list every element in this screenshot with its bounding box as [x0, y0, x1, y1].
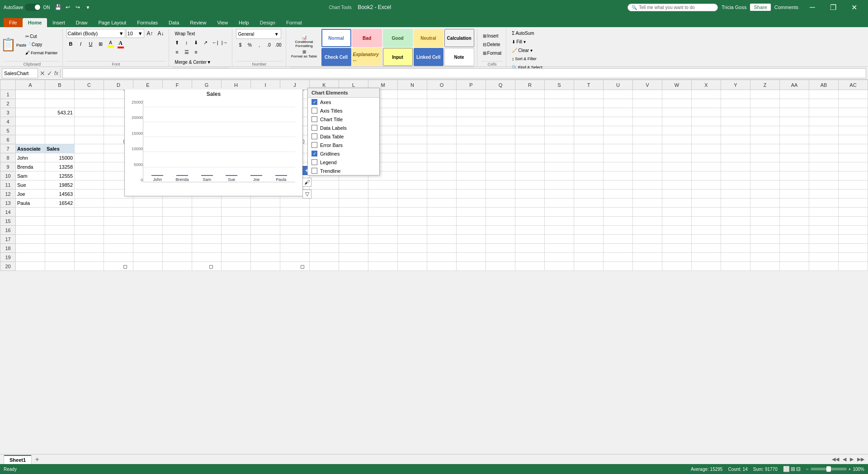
chart-element-axes[interactable]: ✓ Axes	[308, 98, 379, 106]
cell-a9[interactable]: Brenda	[16, 162, 45, 171]
chart-area[interactable]: Sales 25000 20000 15000 10000 5000 0	[124, 88, 303, 196]
cell-b11[interactable]: 19852	[45, 180, 75, 190]
cell-b8[interactable]: 15000	[45, 153, 75, 162]
style-input[interactable]: Input	[383, 48, 413, 66]
grid-scroll-area[interactable]: A B C D E F G H I J K L M N O P Q	[0, 80, 868, 454]
add-sheet-button[interactable]: +	[33, 455, 42, 464]
comments-button[interactable]: Comments	[774, 5, 798, 10]
align-left-button[interactable]: ≡	[173, 48, 182, 56]
cell-a13[interactable]: Paula	[16, 199, 45, 208]
chart-styles-button[interactable]: 🖌	[302, 178, 311, 187]
cell-a12[interactable]: Joe	[16, 190, 45, 199]
format-painter-button[interactable]: 🖌 Format Painter	[24, 49, 60, 57]
restore-button[interactable]: ❐	[823, 0, 844, 14]
font-size-dropdown[interactable]: 10 ▼	[126, 29, 144, 38]
border-button[interactable]: ⊞	[96, 40, 105, 48]
autosum-button[interactable]: Σ AutoSum	[510, 29, 536, 37]
sheet-tab-sheet1[interactable]: Sheet1	[4, 455, 32, 464]
cell-a1[interactable]	[16, 90, 45, 99]
style-good[interactable]: Good	[383, 29, 413, 47]
increase-font-button[interactable]: A↑	[145, 29, 155, 38]
font-color-button[interactable]: A	[116, 40, 125, 48]
conditional-formatting-button[interactable]: 📊 Conditional Formatting	[290, 35, 319, 47]
clear-button[interactable]: 🧹 Clear ▾	[510, 46, 534, 54]
trendline-checkbox[interactable]	[311, 168, 317, 174]
sort-filter-button[interactable]: ↕ Sort & Filter	[510, 55, 538, 63]
cell-b3[interactable]: 543.21	[45, 108, 75, 117]
format-cells-button[interactable]: ⊞ Format	[481, 49, 504, 57]
underline-button[interactable]: U	[86, 40, 95, 48]
tab-design[interactable]: Design	[255, 18, 281, 27]
qat-redo-btn[interactable]: ↪	[73, 3, 82, 12]
fill-color-button[interactable]: A	[106, 40, 115, 48]
cut-button[interactable]: ✂ Cut	[24, 33, 60, 41]
tab-view[interactable]: View	[212, 18, 233, 27]
zoom-out-button[interactable]: −	[806, 467, 809, 472]
scroll-left-btn[interactable]: ◀◀	[832, 456, 839, 462]
style-bad[interactable]: Bad	[352, 29, 382, 47]
cell-a7[interactable]: Associate	[16, 144, 45, 153]
delete-cells-button[interactable]: ⊟ Delete	[481, 41, 504, 49]
number-format-dropdown[interactable]: General ▼	[236, 29, 281, 39]
gridlines-checkbox[interactable]: ✓	[311, 151, 317, 156]
cell-b10[interactable]: 12555	[45, 171, 75, 180]
indent-dec-button[interactable]: ←|	[211, 38, 220, 47]
close-button[interactable]: ✕	[844, 0, 864, 14]
page-break-preview-button[interactable]: ⊟	[796, 466, 801, 472]
qat-extra-btn[interactable]: ▼	[83, 3, 92, 12]
chart-element-legend[interactable]: Legend	[308, 158, 379, 166]
tab-help[interactable]: Help	[233, 18, 255, 27]
axis-titles-checkbox[interactable]	[311, 108, 317, 114]
align-top-button[interactable]: ⬆	[173, 38, 182, 47]
font-name-dropdown[interactable]: Calibri (Body) ▼	[66, 29, 125, 38]
format-as-table-button[interactable]: ⊞ Format as Table	[290, 48, 319, 60]
tab-format[interactable]: Format	[281, 18, 307, 27]
function-icon[interactable]: fx	[54, 70, 58, 76]
align-center-button[interactable]: ☰	[182, 48, 191, 56]
chart-element-trendline[interactable]: Trendline	[308, 166, 379, 175]
comma-button[interactable]: ,	[255, 41, 264, 49]
chart-element-gridlines[interactable]: ✓ Gridlines	[308, 149, 379, 158]
tell-me-box[interactable]: 🔍 Tell me what you want to do	[627, 4, 718, 11]
chart-element-data-table[interactable]: Data Table	[308, 132, 379, 141]
scroll-right-btn[interactable]: ▶▶	[857, 456, 864, 462]
cell-b12[interactable]: 14563	[45, 190, 75, 199]
chart-title-checkbox[interactable]	[311, 116, 317, 122]
cell-b7[interactable]: Sales	[45, 144, 75, 153]
paste-button[interactable]: 📋 Paste	[5, 33, 23, 56]
bold-button[interactable]: B	[66, 40, 75, 48]
error-bars-checkbox[interactable]	[311, 142, 317, 148]
italic-button[interactable]: I	[76, 40, 85, 48]
tab-review[interactable]: Review	[184, 18, 212, 27]
name-box[interactable]: SalesChart	[2, 68, 38, 78]
style-explanatory[interactable]: Explanatory ...	[352, 48, 382, 66]
style-linked-cell[interactable]: Linked Cell	[414, 48, 443, 66]
data-labels-checkbox[interactable]	[311, 125, 317, 131]
copy-button[interactable]: 📄 Copy	[24, 41, 60, 49]
tab-home[interactable]: Home	[23, 18, 47, 27]
cell-b9[interactable]: 13258	[45, 162, 75, 171]
wrap-text-button[interactable]: Wrap Text	[173, 29, 229, 38]
cancel-formula-icon[interactable]: ✕	[40, 70, 45, 77]
chart-element-axis-titles[interactable]: Axis Titles	[308, 106, 379, 115]
tab-formulas[interactable]: Formulas	[132, 18, 163, 27]
qat-save-btn[interactable]: 💾	[53, 3, 62, 12]
chart-element-chart-title[interactable]: Chart Title	[308, 115, 379, 123]
zoom-in-button[interactable]: +	[849, 467, 851, 472]
align-right-button[interactable]: ≡	[192, 48, 201, 56]
chart-filters-button[interactable]: ▽	[302, 190, 311, 199]
zoom-slider[interactable]	[811, 468, 847, 470]
share-button[interactable]: Share	[750, 4, 770, 11]
scroll-next-btn[interactable]: ▶	[850, 456, 854, 462]
style-note[interactable]: Note	[444, 48, 474, 66]
chart-element-error-bars[interactable]: Error Bars	[308, 141, 379, 149]
indent-inc-button[interactable]: |→	[220, 38, 229, 47]
tab-page-layout[interactable]: Page Layout	[93, 18, 132, 27]
style-calculation[interactable]: Calculation	[444, 29, 474, 47]
normal-view-button[interactable]: ⬜	[783, 466, 790, 472]
cell-a10[interactable]: Sam	[16, 171, 45, 180]
insert-cells-button[interactable]: ⊞ Insert	[481, 32, 504, 40]
increase-decimal-button[interactable]: .0	[264, 41, 274, 49]
fill-button[interactable]: ⬇ Fill ▾	[510, 38, 528, 46]
autosave-toggle[interactable]	[25, 4, 41, 11]
